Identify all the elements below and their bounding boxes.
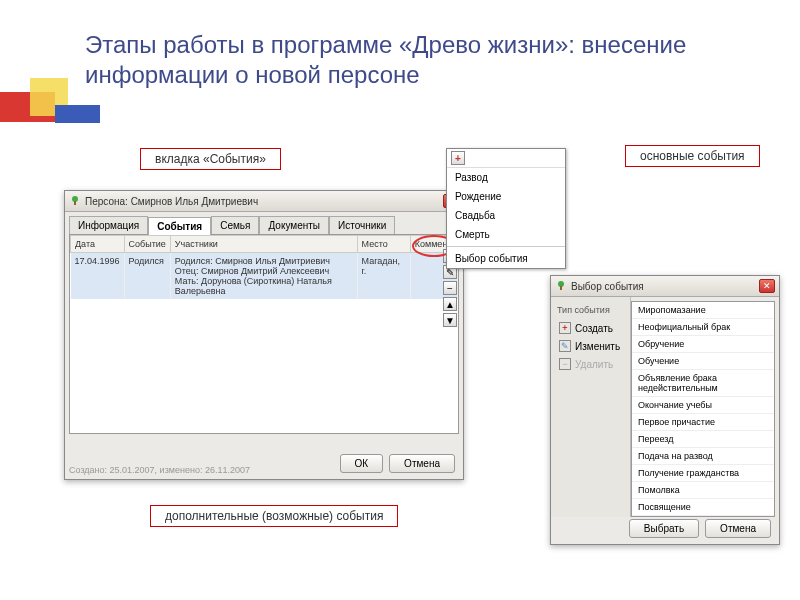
tree-icon [555, 280, 567, 292]
cancel-button[interactable]: Отмена [705, 519, 771, 538]
select-button[interactable]: Выбрать [629, 519, 699, 538]
tab-events[interactable]: События [148, 217, 211, 235]
list-item[interactable]: Получение гражданства [632, 465, 774, 482]
tab-info[interactable]: Информация [69, 216, 148, 234]
persona-window: Персона: Смирнов Илья Дмитриевич ✕ Инфор… [64, 190, 464, 480]
dd-item-death[interactable]: Смерть [447, 225, 565, 244]
plus-icon[interactable]: + [451, 151, 465, 165]
down-row-button[interactable]: ▼ [443, 313, 457, 327]
list-item[interactable]: Окончание учебы [632, 397, 774, 414]
tab-sources[interactable]: Источники [329, 216, 395, 234]
delete-row-button[interactable]: − [443, 281, 457, 295]
cell-event: Родился [124, 253, 170, 300]
up-row-button[interactable]: ▲ [443, 297, 457, 311]
callout-main-events: основные события [625, 145, 760, 167]
status-text: Создано: 25.01.2007, изменено: 26.11.200… [69, 465, 250, 475]
list-item[interactable]: Переезд [632, 431, 774, 448]
list-item[interactable]: Объявление брака недействительным [632, 370, 774, 397]
list-item[interactable]: Обручение [632, 336, 774, 353]
dd-item-birth[interactable]: Рождение [447, 187, 565, 206]
delete-icon: − [559, 358, 571, 370]
svg-rect-3 [560, 286, 562, 290]
list-item[interactable]: Первое причастие [632, 414, 774, 431]
edit-icon: ✎ [559, 340, 571, 352]
list-item[interactable]: Неофициальный брак [632, 319, 774, 336]
window-titlebar: Персона: Смирнов Илья Дмитриевич ✕ [65, 191, 463, 212]
tree-icon [69, 195, 81, 207]
table-row[interactable]: 17.04.1996 Родился Родился: Смирнов Илья… [71, 253, 458, 300]
callout-additional-events: дополнительные (возможные) события [150, 505, 398, 527]
cancel-button[interactable]: Отмена [389, 454, 455, 473]
separator [447, 246, 565, 247]
event-dropdown-menu: + Развод Рождение Свадьба Смерть Выбор с… [446, 148, 566, 269]
dd-item-wedding[interactable]: Свадьба [447, 206, 565, 225]
deco-blue [55, 105, 100, 123]
cell-place: Магадан, г. [357, 253, 410, 300]
edit-event-type-button[interactable]: ✎Изменить [555, 337, 626, 355]
tab-family[interactable]: Семья [211, 216, 259, 234]
list-item[interactable]: Похороны [632, 516, 774, 517]
dropdown-header: + [447, 149, 565, 168]
list-item[interactable]: Подача на развод [632, 448, 774, 465]
close-icon[interactable]: ✕ [759, 279, 775, 293]
page-title: Этапы работы в программе «Древо жизни»: … [85, 30, 800, 90]
window-titlebar: Выбор события ✕ [551, 276, 779, 297]
col-place[interactable]: Место [357, 236, 410, 253]
svg-rect-1 [74, 201, 76, 205]
list-item[interactable]: Миропомазание [632, 302, 774, 319]
events-table: Дата Событие Участники Место Коммент. 17… [69, 234, 459, 434]
ok-button[interactable]: ОК [340, 454, 384, 473]
list-item[interactable]: Посвящение [632, 499, 774, 516]
col-participants[interactable]: Участники [170, 236, 357, 253]
delete-event-type-button[interactable]: −Удалить [555, 355, 626, 373]
dd-item-divorce[interactable]: Развод [447, 168, 565, 187]
dd-item-choose[interactable]: Выбор события [447, 249, 565, 268]
cell-participants: Родился: Смирнов Илья Дмитриевич Отец: С… [170, 253, 357, 300]
window-title-text: Персона: Смирнов Илья Дмитриевич [85, 196, 258, 207]
callout-tab-events: вкладка «События» [140, 148, 281, 170]
cell-date: 17.04.1996 [71, 253, 125, 300]
left-panel: Тип события +Создать ✎Изменить −Удалить [551, 297, 631, 517]
list-item[interactable]: Обучение [632, 353, 774, 370]
plus-icon: + [559, 322, 571, 334]
event-type-list[interactable]: Миропомазание Неофициальный брак Обручен… [631, 301, 775, 517]
col-event[interactable]: Событие [124, 236, 170, 253]
window-title-text: Выбор события [571, 281, 644, 292]
select-event-window: Выбор события ✕ Тип события +Создать ✎Из… [550, 275, 780, 545]
type-label: Тип события [557, 305, 624, 315]
create-event-type-button[interactable]: +Создать [555, 319, 626, 337]
tab-bar: Информация События Семья Документы Источ… [65, 212, 463, 234]
tab-documents[interactable]: Документы [259, 216, 329, 234]
col-date[interactable]: Дата [71, 236, 125, 253]
list-item[interactable]: Помолвка [632, 482, 774, 499]
